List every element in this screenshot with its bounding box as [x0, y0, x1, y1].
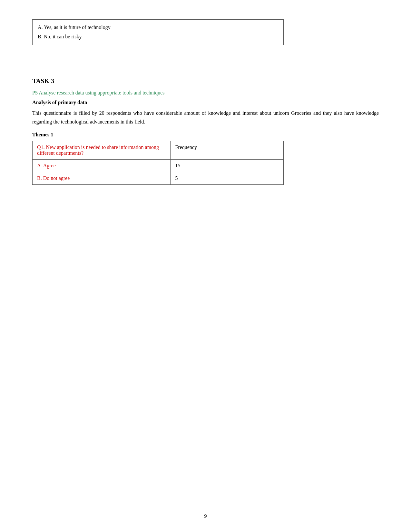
option-a: A. Yes, as it is future of technology [38, 23, 278, 32]
body-text: This questionnaire is filled by 20 respo… [32, 109, 379, 126]
table-cell-option-2: B. Do not agree [33, 172, 171, 184]
p5-link[interactable]: P5 Analyse research data using appropria… [32, 90, 379, 96]
table-row: B. Do not agree 5 [33, 172, 284, 184]
table-cell-option-1: A. Agree [33, 159, 171, 172]
table-cell-freq-1: 15 [171, 159, 284, 172]
table-row: A. Agree 15 [33, 159, 284, 172]
page: A. Yes, as it is future of technology B.… [0, 0, 411, 532]
task-heading: TASK 3 [32, 77, 379, 85]
page-number: 9 [204, 513, 207, 519]
table-header-row: Q1. New application is needed to share i… [33, 141, 284, 159]
option-b: B. No, it can be risky [38, 32, 278, 42]
options-box: A. Yes, as it is future of technology B.… [32, 19, 284, 45]
table-frequency-header: Frequency [171, 141, 284, 159]
table-question-header: Q1. New application is needed to share i… [33, 141, 171, 159]
themes-heading: Themes 1 [32, 132, 379, 138]
table-cell-freq-2: 5 [171, 172, 284, 184]
analysis-heading: Analysis of primary data [32, 100, 379, 105]
data-table: Q1. New application is needed to share i… [32, 141, 284, 185]
